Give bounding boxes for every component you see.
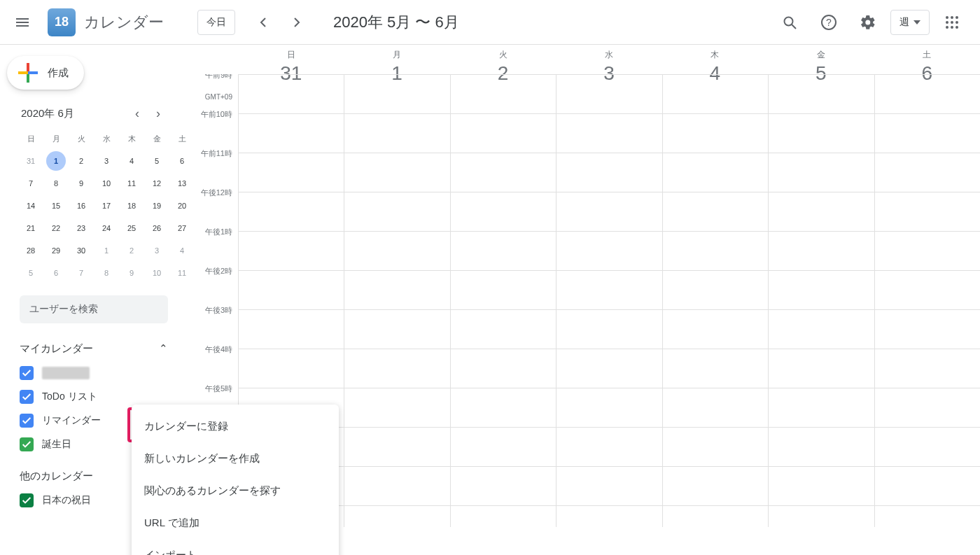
grid-cell[interactable] xyxy=(556,349,662,388)
mini-day[interactable]: 9 xyxy=(122,263,141,283)
mini-day[interactable]: 4 xyxy=(122,151,141,171)
grid-cell[interactable] xyxy=(874,466,980,505)
grid-cell[interactable] xyxy=(768,74,874,113)
today-button[interactable]: 今日 xyxy=(197,10,235,35)
mini-day[interactable]: 8 xyxy=(97,263,116,283)
mini-day[interactable]: 5 xyxy=(21,263,41,283)
menu-item[interactable]: 新しいカレンダーを作成 xyxy=(132,442,339,475)
grid-cell[interactable] xyxy=(768,505,874,527)
mini-prev-month[interactable]: ‹ xyxy=(127,104,147,123)
grid-cell[interactable] xyxy=(556,309,662,349)
grid-cell[interactable] xyxy=(662,192,768,231)
grid-cell[interactable] xyxy=(344,231,449,270)
mini-day[interactable]: 6 xyxy=(46,263,66,283)
grid-cell[interactable] xyxy=(450,349,556,388)
mini-day[interactable]: 1 xyxy=(46,151,66,171)
menu-item[interactable]: カレンダーに登録 xyxy=(132,410,339,442)
grid-cell[interactable] xyxy=(874,270,980,309)
grid-cell[interactable] xyxy=(662,231,768,270)
grid-cell[interactable] xyxy=(768,270,874,309)
mini-day[interactable]: 2 xyxy=(71,151,91,171)
grid-cell[interactable] xyxy=(238,153,344,192)
grid-cell[interactable] xyxy=(344,349,449,388)
grid-cell[interactable] xyxy=(238,74,344,113)
search-people-input[interactable]: ユーザーを検索 xyxy=(20,295,168,323)
grid-cell[interactable] xyxy=(450,505,556,527)
grid-cell[interactable] xyxy=(874,427,980,466)
view-selector[interactable]: 週 xyxy=(890,10,930,35)
mini-day[interactable]: 30 xyxy=(71,241,91,260)
grid-cell[interactable] xyxy=(238,192,344,231)
grid-cell[interactable] xyxy=(344,427,449,466)
grid-cell[interactable] xyxy=(344,192,449,231)
mini-day[interactable]: 18 xyxy=(122,196,141,216)
grid-cell[interactable] xyxy=(874,192,980,231)
mini-day[interactable]: 22 xyxy=(46,218,66,238)
grid-cell[interactable] xyxy=(450,113,556,153)
mini-day[interactable]: 16 xyxy=(71,196,91,216)
checkbox-icon[interactable] xyxy=(20,437,34,451)
grid-cell[interactable] xyxy=(768,309,874,349)
grid-cell[interactable] xyxy=(556,74,662,113)
mini-day[interactable]: 10 xyxy=(97,174,116,193)
grid-cell[interactable] xyxy=(768,388,874,427)
mini-day[interactable]: 11 xyxy=(122,174,141,193)
grid-cell[interactable] xyxy=(450,74,556,113)
grid-cell[interactable] xyxy=(450,388,556,427)
grid-cell[interactable] xyxy=(874,388,980,427)
mini-day[interactable]: 14 xyxy=(21,196,41,216)
grid-cell[interactable] xyxy=(238,309,344,349)
mini-day[interactable]: 12 xyxy=(147,174,167,193)
grid-cell[interactable] xyxy=(768,466,874,505)
menu-icon[interactable] xyxy=(6,6,39,39)
grid-cell[interactable] xyxy=(768,153,874,192)
mini-day[interactable]: 8 xyxy=(46,174,66,193)
grid-cell[interactable] xyxy=(450,427,556,466)
mini-day[interactable]: 10 xyxy=(147,263,167,283)
mini-day[interactable]: 17 xyxy=(97,196,116,216)
grid-cell[interactable] xyxy=(344,270,449,309)
grid-cell[interactable] xyxy=(662,427,768,466)
grid-cell[interactable] xyxy=(450,270,556,309)
my-calendars-header[interactable]: マイカレンダー ⌃ xyxy=(20,336,168,361)
mini-day[interactable]: 31 xyxy=(21,151,41,171)
menu-item[interactable]: インポート xyxy=(132,539,339,555)
grid-cell[interactable] xyxy=(662,270,768,309)
grid-cell[interactable] xyxy=(874,153,980,192)
mini-day[interactable]: 29 xyxy=(46,241,66,260)
grid-cell[interactable] xyxy=(556,192,662,231)
grid-cell[interactable] xyxy=(662,74,768,113)
checkbox-icon[interactable] xyxy=(20,390,34,404)
menu-item[interactable]: 関心のあるカレンダーを探す xyxy=(132,475,339,507)
grid-cell[interactable] xyxy=(874,309,980,349)
grid-cell[interactable] xyxy=(768,192,874,231)
mini-day[interactable]: 7 xyxy=(71,263,91,283)
settings-icon[interactable] xyxy=(851,6,885,39)
grid-cell[interactable] xyxy=(556,231,662,270)
create-button[interactable]: 作成 xyxy=(7,56,84,90)
mini-calendar[interactable]: 日月火水木金土311234567891011121314151617181920… xyxy=(6,127,182,284)
grid-cell[interactable] xyxy=(662,466,768,505)
menu-item[interactable]: URL で追加 xyxy=(132,507,339,539)
grid-cell[interactable] xyxy=(450,231,556,270)
calendar-item[interactable] xyxy=(20,361,168,385)
grid-cell[interactable] xyxy=(662,153,768,192)
grid-cell[interactable] xyxy=(768,349,874,388)
grid-cell[interactable] xyxy=(450,192,556,231)
grid-cell[interactable] xyxy=(662,113,768,153)
grid-cell[interactable] xyxy=(344,388,449,427)
mini-day[interactable]: 26 xyxy=(147,218,167,238)
grid-cell[interactable] xyxy=(450,153,556,192)
mini-day[interactable]: 5 xyxy=(147,151,167,171)
grid-cell[interactable] xyxy=(238,113,344,153)
mini-day[interactable]: 3 xyxy=(147,241,167,260)
mini-day[interactable]: 19 xyxy=(147,196,167,216)
grid-cell[interactable] xyxy=(450,466,556,505)
grid-cell[interactable] xyxy=(768,427,874,466)
grid-cell[interactable] xyxy=(344,309,449,349)
prev-week-button[interactable] xyxy=(246,6,280,39)
grid-cell[interactable] xyxy=(556,153,662,192)
grid-cell[interactable] xyxy=(556,505,662,527)
mini-day[interactable]: 7 xyxy=(21,174,41,193)
mini-day[interactable]: 28 xyxy=(21,241,41,260)
